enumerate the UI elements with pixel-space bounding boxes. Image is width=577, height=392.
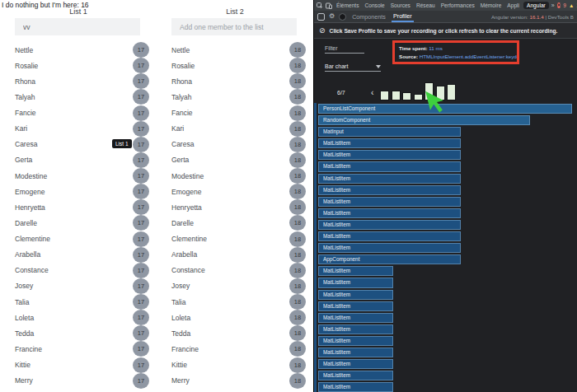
list1-add-input[interactable] bbox=[15, 18, 140, 35]
flame-row[interactable]: MatListItem bbox=[318, 266, 393, 276]
source-link[interactable]: HTMLInputElement.addEventListener:keydow… bbox=[420, 54, 519, 59]
list-item[interactable]: Rhona17 bbox=[15, 73, 149, 89]
devtools-tab-4[interactable]: Performances bbox=[439, 2, 476, 8]
list-item[interactable]: Emogene17 bbox=[15, 184, 149, 199]
list-item[interactable]: Tedda17 bbox=[15, 325, 149, 341]
list-item[interactable]: Kari18 bbox=[171, 121, 306, 137]
devtools-tab-0[interactable]: Éléments bbox=[335, 2, 361, 8]
record-icon[interactable] bbox=[339, 13, 346, 21]
list-item[interactable]: Talyah18 bbox=[171, 89, 306, 105]
error-icon[interactable]: ✕ bbox=[557, 2, 561, 8]
time-spent-value[interactable]: 11 ms bbox=[429, 45, 442, 51]
list-item[interactable]: Nettle18 bbox=[171, 42, 306, 58]
frame-bar-6[interactable] bbox=[447, 84, 456, 100]
list-item[interactable]: Fancie17 bbox=[15, 105, 149, 121]
list-item[interactable]: Clementine18 bbox=[171, 231, 306, 247]
list-item[interactable]: Arabella18 bbox=[171, 247, 306, 263]
warning-icon[interactable]: ▲ bbox=[569, 2, 574, 8]
flame-row[interactable]: MatListItem bbox=[318, 150, 461, 160]
devtools-tab-1[interactable]: Console bbox=[364, 2, 387, 8]
list-item[interactable]: Gerta17 bbox=[15, 152, 149, 168]
flame-row[interactable]: MatListItem bbox=[318, 313, 393, 323]
frame-bar-0[interactable] bbox=[380, 91, 389, 100]
gear-icon[interactable]: ⚙ bbox=[329, 13, 335, 20]
flame-row[interactable]: MatListItem bbox=[318, 185, 461, 195]
list-item[interactable]: Henryetta18 bbox=[171, 199, 306, 215]
device-toolbar-icon[interactable] bbox=[326, 2, 332, 9]
list-item[interactable]: Loleta17 bbox=[15, 310, 149, 325]
list-item[interactable]: Josey18 bbox=[171, 278, 306, 294]
chevron-left-icon[interactable]: ‹ bbox=[371, 89, 373, 97]
list-item[interactable]: Constance18 bbox=[171, 263, 306, 278]
list-item[interactable]: Henryetta17 bbox=[15, 199, 149, 215]
flame-row[interactable]: MatListItem bbox=[318, 208, 461, 218]
more-tabs-icon[interactable]: » bbox=[551, 2, 555, 8]
profiler-controls: Bar chart Time spent: 11 ms Source: HTML… bbox=[314, 39, 577, 77]
devtools-tab-angular[interactable]: Angular bbox=[523, 2, 549, 9]
list-item[interactable]: Kittie18 bbox=[171, 357, 306, 373]
inspect-icon[interactable] bbox=[317, 2, 323, 9]
flame-row[interactable]: AppComponent bbox=[318, 254, 461, 264]
list-item[interactable]: Merry18 bbox=[171, 373, 306, 389]
list-item[interactable]: Tedda18 bbox=[171, 325, 306, 341]
flame-row[interactable]: MatListItem bbox=[318, 231, 461, 241]
flame-row[interactable]: MatListItem bbox=[318, 220, 461, 230]
list-item[interactable]: Talyah17 bbox=[15, 89, 149, 105]
flame-row[interactable]: MatListItem bbox=[318, 324, 393, 334]
panel-icon[interactable] bbox=[317, 13, 325, 21]
list-item[interactable]: Francine17 bbox=[15, 341, 149, 357]
list-item[interactable]: Josey17 bbox=[15, 278, 149, 294]
list-item[interactable]: Darelle17 bbox=[15, 215, 149, 231]
devtools-tab-3[interactable]: Réseau bbox=[415, 2, 437, 8]
flame-row[interactable]: MatListItem bbox=[318, 336, 393, 346]
flame-row[interactable]: MatListItem bbox=[318, 348, 393, 357]
list-item[interactable]: Darelle18 bbox=[171, 215, 306, 231]
devtools-tab-6[interactable]: Appli bbox=[505, 2, 521, 8]
flame-row[interactable]: MatListItem bbox=[318, 301, 393, 311]
list2-add-input[interactable] bbox=[171, 18, 297, 35]
list-item[interactable]: Kittie17 bbox=[15, 357, 149, 373]
list-item[interactable]: Gerta18 bbox=[171, 152, 306, 168]
list-item[interactable]: Constance17 bbox=[15, 263, 149, 278]
list-item[interactable]: Rosalie18 bbox=[171, 58, 306, 73]
flame-row[interactable]: MatListItem bbox=[318, 382, 393, 392]
chart-type-select[interactable]: Bar chart bbox=[325, 63, 381, 72]
frame-bar-2[interactable] bbox=[402, 92, 411, 100]
list-item[interactable]: Loleta18 bbox=[171, 310, 306, 325]
flame-row[interactable]: MatListItem bbox=[318, 174, 461, 184]
list-item[interactable]: Emogene18 bbox=[171, 184, 306, 199]
list-item[interactable]: Francine18 bbox=[171, 341, 306, 357]
flame-row[interactable]: MatListItem bbox=[318, 371, 393, 380]
flame-row[interactable]: MatListItem bbox=[318, 290, 393, 300]
list-item[interactable]: Rosalie17 bbox=[15, 58, 149, 73]
list-item[interactable]: Nettle17 bbox=[15, 42, 149, 58]
app-page: I do nothing but I'm here: 16 List 1 Net… bbox=[0, 0, 313, 392]
devtools-tab-2[interactable]: Sources bbox=[389, 2, 412, 8]
list-item[interactable]: Clementine17 bbox=[15, 231, 149, 247]
flame-row[interactable]: MatListItem bbox=[318, 243, 461, 253]
flame-row[interactable]: RandomComponent bbox=[318, 115, 530, 125]
list-item[interactable]: Caresa18 bbox=[171, 137, 306, 152]
list-item[interactable]: Arabella17 bbox=[15, 247, 149, 263]
flame-row[interactable]: MatListItem bbox=[318, 138, 461, 148]
member-badge: 17 bbox=[133, 152, 149, 168]
list-item[interactable]: Rhona18 bbox=[171, 73, 306, 89]
list-item[interactable]: Talia18 bbox=[171, 294, 306, 310]
list-item[interactable]: Modestine17 bbox=[15, 168, 149, 184]
tab-components[interactable]: Components bbox=[350, 12, 387, 21]
frame-bar-3[interactable] bbox=[414, 94, 423, 100]
list-item[interactable]: Kari17 bbox=[15, 121, 149, 137]
list-item[interactable]: Fancie18 bbox=[171, 105, 306, 121]
frame-bar-1[interactable] bbox=[392, 91, 401, 100]
flame-row[interactable]: MatInput bbox=[318, 127, 461, 137]
flame-row[interactable]: MatListItem bbox=[318, 278, 393, 287]
flame-row[interactable]: MatListItem bbox=[318, 359, 393, 369]
list-item[interactable]: Talia17 bbox=[15, 294, 149, 310]
devtools-tab-5[interactable]: Mémoire bbox=[479, 2, 504, 8]
filter-input[interactable] bbox=[325, 45, 364, 54]
flame-row[interactable]: MatListItem bbox=[318, 161, 461, 171]
list-item[interactable]: Merry17 bbox=[15, 373, 149, 389]
tab-profiler[interactable]: Profiler bbox=[392, 11, 414, 22]
list-item[interactable]: Modestine18 bbox=[171, 168, 306, 184]
flame-row[interactable]: MatListItem bbox=[318, 197, 461, 207]
